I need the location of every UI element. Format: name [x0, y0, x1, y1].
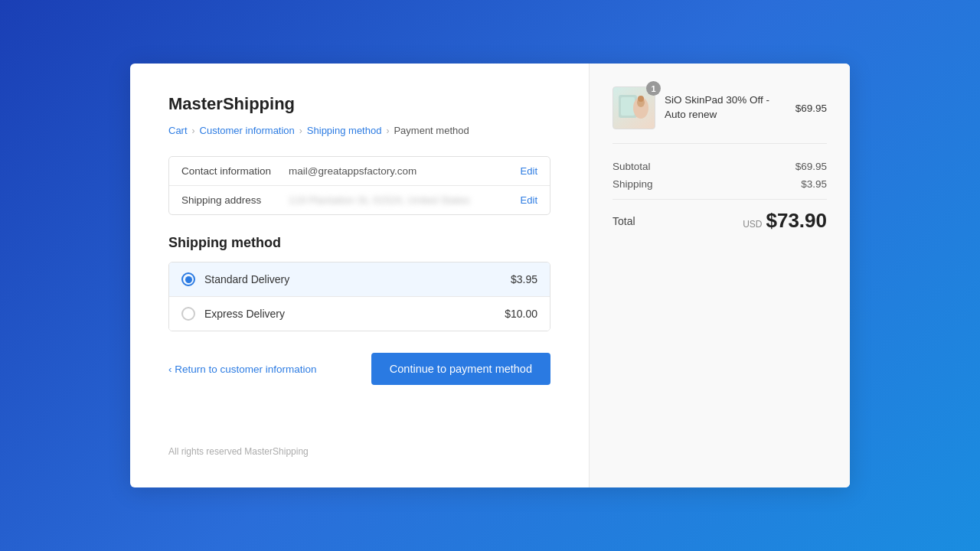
subtotal-row: Subtotal $69.95 — [612, 161, 827, 172]
breadcrumb-customer-info[interactable]: Customer information — [200, 125, 295, 136]
svg-rect-1 — [621, 97, 635, 116]
back-link[interactable]: ‹ Return to customer information — [168, 364, 317, 375]
total-row: Total USD $73.90 — [612, 209, 827, 233]
right-panel: 1 SiO SkinPad 30% Off - Auto renew $69.9… — [590, 64, 850, 487]
standard-delivery-label: Standard Delivery — [204, 273, 511, 285]
total-label: Total — [612, 215, 635, 227]
subtotal-value: $69.95 — [795, 161, 827, 172]
shipping-section-title: Shipping method — [168, 235, 550, 251]
left-panel: MasterShipping Cart › Customer informati… — [130, 64, 590, 487]
product-name: SiO SkinPad 30% Off - Auto renew — [665, 93, 786, 122]
breadcrumb-shipping-method[interactable]: Shipping method — [307, 125, 382, 136]
subtotal-label: Subtotal — [612, 161, 651, 172]
address-label: Shipping address — [181, 194, 289, 206]
breadcrumb-sep-2: › — [299, 126, 302, 136]
radio-express — [181, 307, 195, 321]
brand-title: MasterShipping — [168, 94, 550, 114]
shipping-cost-label: Shipping — [612, 178, 653, 190]
address-value: 119 Plantation St, 01524, United States — [289, 194, 521, 206]
total-currency: USD — [743, 219, 762, 230]
shipping-options: Standard Delivery $3.95 Express Delivery… — [168, 262, 550, 331]
product-image-wrap: 1 — [612, 86, 655, 129]
express-delivery-label: Express Delivery — [204, 308, 505, 320]
shipping-option-express[interactable]: Express Delivery $10.00 — [169, 297, 550, 331]
radio-standard — [181, 272, 195, 286]
actions-bar: ‹ Return to customer information Continu… — [168, 353, 550, 385]
address-edit[interactable]: Edit — [521, 194, 537, 206]
standard-delivery-price: $3.95 — [511, 273, 537, 285]
svg-point-4 — [638, 96, 644, 102]
shipping-option-standard[interactable]: Standard Delivery $3.95 — [169, 262, 550, 297]
total-amount: USD $73.90 — [743, 209, 827, 233]
radio-standard-dot — [185, 276, 192, 283]
breadcrumb: Cart › Customer information › Shipping m… — [168, 125, 550, 136]
breadcrumb-sep-3: › — [386, 126, 389, 136]
shipping-cost-value: $3.95 — [801, 178, 827, 190]
summary-divider — [612, 199, 827, 200]
checkout-container: MasterShipping Cart › Customer informati… — [130, 64, 850, 487]
address-row: Shipping address 119 Plantation St, 0152… — [169, 186, 550, 214]
breadcrumb-sep-1: › — [192, 126, 195, 136]
continue-button[interactable]: Continue to payment method — [371, 353, 550, 385]
info-box: Contact information mail@greatappsfactor… — [168, 156, 550, 215]
contact-label: Contact information — [181, 165, 289, 177]
product-price: $69.95 — [795, 103, 827, 114]
contact-value: mail@greatappsfactory.com — [289, 165, 521, 177]
total-value: $73.90 — [766, 209, 827, 233]
product-badge: 1 — [646, 81, 661, 96]
contact-row: Contact information mail@greatappsfactor… — [169, 157, 550, 186]
express-delivery-price: $10.00 — [505, 308, 537, 320]
breadcrumb-payment-method: Payment method — [394, 125, 469, 136]
shipping-cost-row: Shipping $3.95 — [612, 178, 827, 190]
product-row: 1 SiO SkinPad 30% Off - Auto renew $69.9… — [612, 86, 827, 144]
contact-edit[interactable]: Edit — [521, 165, 537, 177]
breadcrumb-cart[interactable]: Cart — [168, 125, 188, 136]
footer-text: All rights reserved MasterShipping — [168, 446, 550, 457]
